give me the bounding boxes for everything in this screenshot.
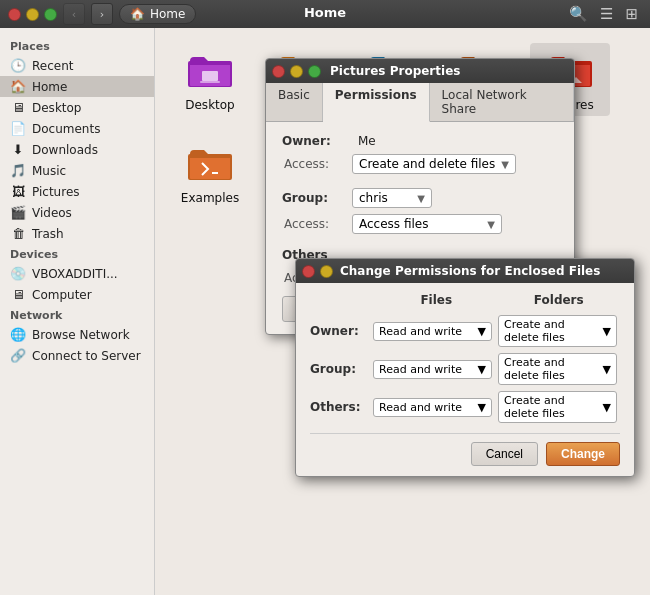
vbox-icon: 💿: [10, 266, 26, 281]
documents-icon: 📄: [10, 121, 26, 136]
col-files-label: Files: [375, 293, 498, 307]
sidebar-item-vbox[interactable]: 💿 VBOXADDITI...: [0, 263, 154, 284]
group-row: Group: chris ▼: [282, 188, 558, 208]
computer-icon: 🖥: [10, 287, 26, 302]
sidebar-item-downloads[interactable]: ⬇ Downloads: [0, 139, 154, 160]
trash-icon: 🗑: [10, 226, 26, 241]
properties-max-btn[interactable]: [308, 65, 321, 78]
group-value-arrow: ▼: [417, 193, 425, 204]
enclosed-owner-folders-arrow: ▼: [603, 325, 611, 338]
group-access-label: Access:: [282, 217, 352, 231]
sidebar-item-pictures[interactable]: 🖼 Pictures: [0, 181, 154, 202]
properties-min-btn[interactable]: [290, 65, 303, 78]
window-controls: [8, 8, 57, 21]
enclosed-group-folders-select[interactable]: Create and delete files ▼: [498, 353, 617, 385]
enclosed-group-folders-arrow: ▼: [603, 363, 611, 376]
sidebar-item-music-label: Music: [32, 164, 66, 178]
sidebar-item-pictures-label: Pictures: [32, 185, 80, 199]
enclosed-others-files-select[interactable]: Read and write ▼: [373, 398, 492, 417]
enclosed-others-folders-value: Create and delete files: [504, 394, 603, 420]
owner-access-arrow: ▼: [501, 159, 509, 170]
enclosed-dialog: Change Permissions for Enclosed Files Fi…: [295, 258, 635, 477]
tab-basic[interactable]: Basic: [266, 83, 323, 121]
sidebar-item-documents-label: Documents: [32, 122, 100, 136]
enclosed-owner-label: Owner:: [310, 324, 370, 338]
enclosed-group-files-select[interactable]: Read and write ▼: [373, 360, 492, 379]
desktop-icon: 🖥: [10, 100, 26, 115]
maximize-button[interactable]: [44, 8, 57, 21]
group-access-select[interactable]: Access files ▼: [352, 214, 502, 234]
enclosed-others-folders-arrow: ▼: [603, 401, 611, 414]
tab-permissions[interactable]: Permissions: [323, 83, 430, 122]
dialog-tabs: Basic Permissions Local Network Share: [266, 83, 574, 122]
cancel-button[interactable]: Cancel: [471, 442, 538, 466]
group-access-value: Access files: [359, 217, 428, 231]
sidebar-item-downloads-label: Downloads: [32, 143, 98, 157]
owner-access-select[interactable]: Create and delete files ▼: [352, 154, 516, 174]
sidebar-item-documents[interactable]: 📄 Documents: [0, 118, 154, 139]
enclosed-others-files-arrow: ▼: [478, 401, 486, 414]
properties-close-btn[interactable]: [272, 65, 285, 78]
minimize-button[interactable]: [26, 8, 39, 21]
sidebar-item-computer-label: Computer: [32, 288, 92, 302]
enclosed-owner-folders-value: Create and delete files: [504, 318, 603, 344]
enclosed-owner-files-arrow: ▼: [478, 325, 486, 338]
home-icon-sidebar: 🏠: [10, 79, 26, 94]
window-title: Home: [304, 5, 346, 20]
enclosed-others-row: Others: Read and write ▼ Create and dele…: [310, 391, 620, 423]
sidebar-item-trash[interactable]: 🗑 Trash: [0, 223, 154, 244]
address-pill[interactable]: 🏠 Home: [119, 4, 196, 24]
sidebar: Places 🕒 Recent 🏠 Home 🖥 Desktop 📄 Docum…: [0, 28, 155, 595]
owner-value: Me: [358, 134, 376, 148]
enclosed-close-btn[interactable]: [302, 265, 315, 278]
grid-icon[interactable]: ⊞: [621, 3, 642, 25]
network-section-label: Network: [0, 305, 154, 324]
sidebar-item-home-label: Home: [32, 80, 67, 94]
sidebar-item-vbox-label: VBOXADDITI...: [32, 267, 118, 281]
owner-access-value: Create and delete files: [359, 157, 495, 171]
owner-row: Owner: Me: [282, 134, 558, 148]
group-value-select[interactable]: chris ▼: [352, 188, 432, 208]
recent-icon: 🕒: [10, 58, 26, 73]
group-access-row: Access: Access files ▼: [282, 214, 558, 234]
sidebar-item-computer[interactable]: 🖥 Computer: [0, 284, 154, 305]
enclosed-group-label: Group:: [310, 362, 370, 376]
sidebar-item-music[interactable]: 🎵 Music: [0, 160, 154, 181]
enclosed-header-row: Files Folders: [310, 293, 620, 307]
close-button[interactable]: [8, 8, 21, 21]
forward-button[interactable]: ›: [91, 3, 113, 25]
tab-network-share[interactable]: Local Network Share: [430, 83, 574, 121]
group-value: chris: [359, 191, 388, 205]
enclosed-owner-folders-select[interactable]: Create and delete files ▼: [498, 315, 617, 347]
sidebar-item-home[interactable]: 🏠 Home: [0, 76, 154, 97]
menu-icon[interactable]: ☰: [596, 3, 617, 25]
search-icon[interactable]: 🔍: [565, 3, 592, 25]
enclosed-others-files-value: Read and write: [379, 401, 462, 414]
back-button[interactable]: ‹: [63, 3, 85, 25]
svg-rect-1: [200, 81, 220, 83]
sidebar-item-videos-label: Videos: [32, 206, 72, 220]
videos-icon: 🎬: [10, 205, 26, 220]
sidebar-item-videos[interactable]: 🎬 Videos: [0, 202, 154, 223]
sidebar-item-connect-server[interactable]: 🔗 Connect to Server: [0, 345, 154, 366]
enclosed-buttons: Cancel Change: [310, 433, 620, 466]
change-button[interactable]: Change: [546, 442, 620, 466]
sidebar-item-desktop[interactable]: 🖥 Desktop: [0, 97, 154, 118]
sidebar-item-trash-label: Trash: [32, 227, 64, 241]
sidebar-item-connect-server-label: Connect to Server: [32, 349, 141, 363]
network-icon: 🌐: [10, 327, 26, 342]
enclosed-owner-files-value: Read and write: [379, 325, 462, 338]
folder-examples[interactable]: Examples: [170, 136, 250, 209]
enclosed-owner-files-select[interactable]: Read and write ▼: [373, 322, 492, 341]
desktop-folder-icon: [186, 47, 234, 95]
enclosed-min-btn[interactable]: [320, 265, 333, 278]
server-icon: 🔗: [10, 348, 26, 363]
sidebar-item-recent[interactable]: 🕒 Recent: [0, 55, 154, 76]
address-label: Home: [150, 7, 185, 21]
owner-label: Owner:: [282, 134, 352, 148]
sidebar-item-browse-network-label: Browse Network: [32, 328, 130, 342]
folder-desktop[interactable]: Desktop: [170, 43, 250, 116]
examples-folder-label: Examples: [181, 191, 239, 205]
enclosed-others-folders-select[interactable]: Create and delete files ▼: [498, 391, 617, 423]
sidebar-item-browse-network[interactable]: 🌐 Browse Network: [0, 324, 154, 345]
